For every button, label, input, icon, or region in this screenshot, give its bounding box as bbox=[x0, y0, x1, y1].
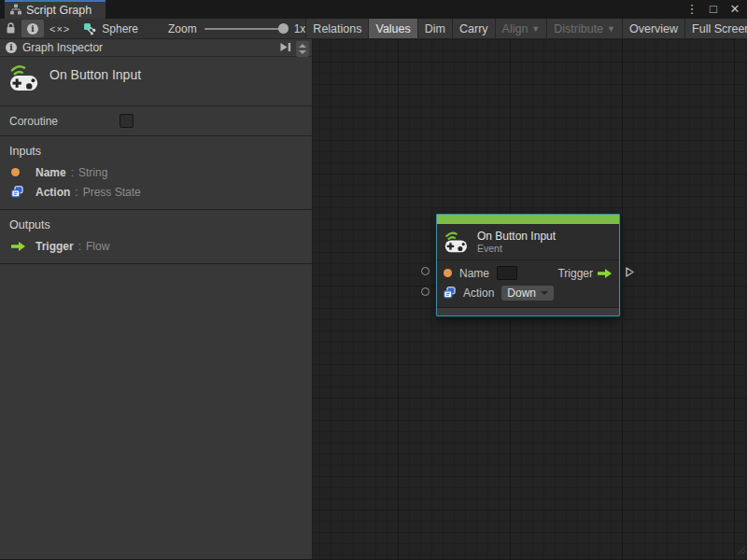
divider bbox=[0, 263, 312, 264]
inputs-section: Inputs Name : String Action bbox=[0, 136, 312, 209]
external-input-port[interactable] bbox=[421, 267, 430, 275]
values-button[interactable]: Values bbox=[368, 19, 416, 38]
tab-bar: Script Graph ⋮ □ ✕ bbox=[0, 0, 747, 19]
zoom-slider[interactable] bbox=[204, 28, 287, 30]
enum-port-icon bbox=[11, 186, 28, 198]
port-info-row: Trigger : Flow bbox=[0, 236, 312, 256]
panel-size-stepper[interactable] bbox=[296, 41, 309, 57]
port-name: Name bbox=[35, 166, 66, 179]
graph-toolbar: i <×> Sphere Zoom 1x Relations Values Di… bbox=[0, 19, 747, 39]
external-input-port[interactable] bbox=[421, 287, 430, 296]
inspector-header: i Graph Inspector bbox=[0, 39, 312, 57]
flow-port-icon bbox=[11, 241, 28, 252]
chevron-up-icon bbox=[299, 44, 306, 48]
zoom-label: Zoom bbox=[168, 22, 197, 35]
port-type: Press State bbox=[83, 186, 141, 199]
dim-button[interactable]: Dim bbox=[417, 19, 452, 38]
chevron-down-icon bbox=[299, 50, 306, 54]
overview-button[interactable]: Overview bbox=[622, 19, 684, 38]
coroutine-label: Coroutine bbox=[9, 115, 58, 128]
zoom-control: Zoom 1x bbox=[168, 19, 305, 38]
chevron-down-icon: ▼ bbox=[607, 24, 615, 34]
outputs-section: Outputs Trigger : Flow bbox=[0, 210, 312, 263]
info-icon: i bbox=[6, 42, 17, 53]
unit-title: On Button Input bbox=[49, 67, 141, 82]
inputs-section-title: Inputs bbox=[0, 142, 312, 162]
dock-panel-icon[interactable] bbox=[278, 40, 292, 57]
relations-button[interactable]: Relations bbox=[305, 19, 368, 38]
tab-script-graph[interactable]: Script Graph bbox=[5, 0, 106, 19]
port-label: Action bbox=[463, 287, 494, 300]
port-label: Trigger bbox=[557, 267, 593, 280]
toolbar-right-buttons: Relations Values Dim Carry Align ▼ Distr… bbox=[305, 19, 747, 38]
node-header[interactable]: On Button Input Event bbox=[437, 224, 619, 259]
script-graph-window: Script Graph ⋮ □ ✕ i <×> Sphe bbox=[0, 0, 747, 560]
window-controls: ⋮ □ ✕ bbox=[685, 0, 741, 19]
action-value: Down bbox=[507, 287, 536, 300]
node-subtitle: Event bbox=[477, 243, 556, 254]
main-content: i Graph Inspector bbox=[0, 39, 747, 559]
on-button-input-node[interactable]: On Button Input Event Name Trigger bbox=[436, 214, 620, 316]
flow-port-icon[interactable] bbox=[598, 268, 613, 279]
coroutine-row: Coroutine bbox=[0, 106, 312, 135]
close-icon[interactable]: ✕ bbox=[728, 0, 741, 19]
lock-button[interactable] bbox=[0, 19, 21, 38]
align-dropdown[interactable]: Align ▼ bbox=[495, 19, 547, 38]
port-type: Flow bbox=[86, 240, 109, 253]
zoom-slider-handle[interactable] bbox=[278, 23, 289, 34]
enum-port-icon[interactable] bbox=[444, 287, 456, 299]
string-port-icon bbox=[11, 168, 20, 176]
name-input-field[interactable] bbox=[497, 266, 517, 280]
script-graph-asset-icon bbox=[83, 22, 96, 35]
gamepad-icon bbox=[9, 63, 41, 92]
inspector-toggle-button[interactable]: i bbox=[21, 20, 44, 37]
inspector-header-title: Graph Inspector bbox=[22, 41, 103, 54]
string-port-icon[interactable] bbox=[444, 269, 452, 277]
external-output-port[interactable] bbox=[625, 266, 635, 281]
tab-focus-line bbox=[5, 0, 106, 2]
graph-inspector-panel: i Graph Inspector bbox=[0, 39, 313, 559]
padlock-icon bbox=[6, 22, 16, 35]
resize-grip[interactable] bbox=[737, 545, 746, 558]
name-port-row: Name Trigger bbox=[444, 263, 613, 283]
gamepad-icon bbox=[444, 230, 470, 254]
breadcrumb-label: Sphere bbox=[102, 22, 138, 35]
breadcrumb[interactable]: Sphere bbox=[83, 19, 138, 38]
carry-button[interactable]: Carry bbox=[452, 19, 495, 38]
chevron-down-icon bbox=[541, 291, 548, 295]
port-label: Name bbox=[459, 267, 489, 280]
zoom-value: 1x bbox=[294, 22, 306, 35]
coroutine-checkbox[interactable] bbox=[120, 114, 134, 128]
port-name: Trigger bbox=[35, 240, 74, 253]
info-icon: i bbox=[27, 23, 38, 35]
chevron-down-icon: ▼ bbox=[531, 24, 540, 34]
graph-hierarchy-icon bbox=[10, 4, 21, 18]
distribute-dropdown[interactable]: Distribute ▼ bbox=[546, 19, 622, 38]
kebab-menu-icon[interactable]: ⋮ bbox=[685, 0, 698, 19]
port-info-row: Name : String bbox=[0, 162, 312, 182]
code-view-button[interactable]: <×> bbox=[44, 19, 76, 38]
full-screen-button[interactable]: Full Screen bbox=[684, 19, 747, 38]
action-value-dropdown[interactable]: Down bbox=[501, 286, 554, 301]
port-type: String bbox=[78, 166, 107, 179]
port-name: Action bbox=[35, 186, 70, 199]
node-accent-bar bbox=[437, 215, 619, 224]
tab-title: Script Graph bbox=[26, 4, 92, 17]
maximize-icon[interactable]: □ bbox=[707, 0, 720, 19]
graph-canvas[interactable]: On Button Input Event Name Trigger bbox=[313, 39, 747, 559]
unit-title-block: On Button Input bbox=[0, 57, 312, 105]
action-port-row: Action Down bbox=[444, 283, 613, 302]
node-footer bbox=[437, 307, 619, 315]
outputs-section-title: Outputs bbox=[0, 216, 312, 236]
node-title: On Button Input bbox=[477, 230, 556, 243]
port-info-row: Action : Press State bbox=[0, 182, 312, 202]
